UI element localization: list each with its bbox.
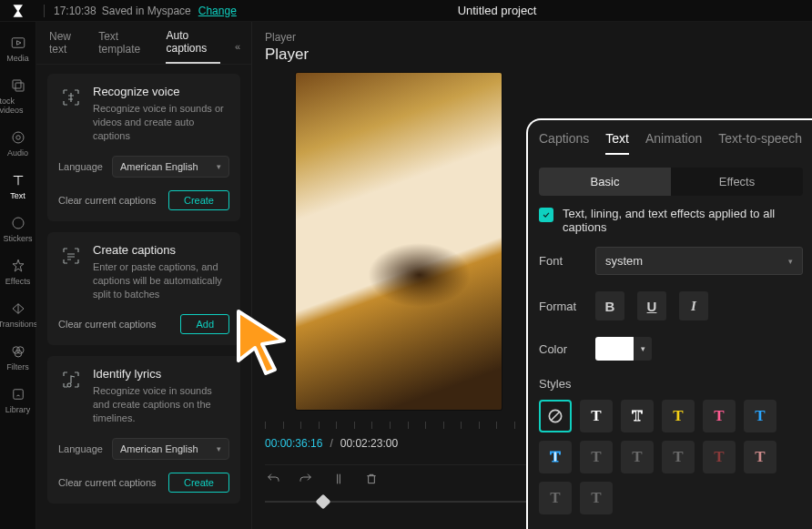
text-panel: New text Text template Auto captions « R… [36,22,252,529]
style-preset[interactable]: T [744,441,776,473]
create-button[interactable]: Create [168,473,229,493]
color-dropdown-button[interactable]: ▾ [634,337,652,361]
rail-media[interactable]: Media [0,29,36,72]
segment-basic[interactable]: Basic [539,168,671,196]
style-preset[interactable]: T [662,400,695,432]
inspector-segments: Basic Effects [539,168,803,196]
card-desc: Recognize voice in sounds or videos and … [93,102,229,143]
stock-videos-icon [10,77,26,94]
clear-captions-button[interactable]: Clear current captions [58,319,157,330]
add-button[interactable]: Add [180,314,229,334]
tab-new-text[interactable]: New text [49,30,84,63]
player-title: Player [252,44,812,73]
color-swatch[interactable] [595,337,635,361]
style-preset[interactable]: T [539,482,572,514]
font-value: system [605,254,643,268]
identify-lyrics-icon [58,367,84,392]
color-label: Color [539,342,595,356]
font-select[interactable]: system ▾ [595,247,803,275]
video-preview[interactable] [296,73,502,410]
undo-icon[interactable] [265,471,281,487]
style-none[interactable] [539,400,572,432]
rail-stock-videos[interactable]: tock videos [0,72,36,124]
style-preset[interactable]: T [662,441,695,473]
tab-text-template[interactable]: Text template [98,30,151,63]
duration-time: 00:02:23:00 [340,437,398,450]
rail-label: Library [5,405,31,414]
rail-text[interactable]: Text [0,167,36,209]
segment-effects[interactable]: Effects [671,168,803,196]
rail-transitions[interactable]: Transitions [0,295,36,338]
split-icon[interactable] [330,471,347,487]
style-preset[interactable]: T [621,400,654,432]
language-label: Language [58,443,103,454]
create-button[interactable]: Create [168,190,229,210]
font-label: Font [539,254,595,268]
time-separator: / [330,437,332,450]
card-desc: Enter or paste captions, and captions wi… [93,260,229,301]
styles-label: Styles [539,377,812,391]
rail-label: Stickers [3,234,32,243]
tab-auto-captions[interactable]: Auto captions [166,29,219,64]
style-preset[interactable]: T [580,482,613,514]
card-title: Create captions [93,243,229,257]
svg-rect-0 [12,38,25,48]
apply-all-checkbox[interactable] [539,208,553,222]
style-preset[interactable]: T [703,400,736,432]
style-preset[interactable]: T [539,441,572,473]
redo-icon[interactable] [298,471,314,487]
rail-audio[interactable]: Audio [0,124,36,167]
playhead-time: 00:00:36:16 / 00:02:23:00 [265,437,398,450]
rail-filters[interactable]: Filters [0,338,36,381]
tab-captions[interactable]: Captions [539,131,589,155]
style-preset[interactable]: T [744,400,776,432]
language-select[interactable]: American English ▾ [112,156,229,178]
language-select[interactable]: American English ▾ [112,438,229,460]
bold-button[interactable]: B [595,291,624,320]
rail-stickers[interactable]: Stickers [0,209,36,252]
text-panel-tabs: New text Text template Auto captions « [36,22,251,65]
card-title: Identify lyrics [93,367,229,381]
collapse-panel-icon[interactable]: « [235,41,239,52]
svg-point-6 [13,218,24,229]
zoom-handle[interactable] [316,494,331,510]
svg-point-5 [15,136,20,140]
svg-point-4 [13,132,24,143]
language-value: American English [120,443,198,454]
style-preset[interactable]: T [621,441,654,473]
apply-all-label: Text, lining, and text effects applied t… [563,207,803,234]
rail-label: Audio [7,148,28,158]
chevron-down-icon: ▾ [217,444,221,453]
delete-icon[interactable] [363,471,380,487]
rail-label: Text [10,191,25,200]
style-preset[interactable]: T [580,441,613,473]
svg-rect-3 [15,83,24,91]
clear-captions-button[interactable]: Clear current captions [58,477,157,488]
tab-text[interactable]: Text [605,131,629,155]
rail-effects[interactable]: Effects [0,252,36,295]
language-label: Language [58,161,103,172]
italic-button[interactable]: I [679,291,708,320]
top-bar: 17:10:38 Saved in Myspace Change Untitle… [0,0,812,22]
change-workspace-link[interactable]: Change [198,5,237,17]
rail-library[interactable]: Library [0,381,36,423]
current-time: 00:00:36:16 [265,437,322,450]
tab-animation[interactable]: Animation [645,131,702,155]
card-title: Recognize voice [93,85,229,98]
svg-rect-2 [13,80,21,88]
rail-label: Media [6,54,29,63]
clear-captions-button[interactable]: Clear current captions [58,195,157,206]
create-captions-icon [58,243,84,269]
zoom-slider[interactable] [265,501,526,503]
svg-rect-10 [13,390,23,400]
project-title[interactable]: Untitled project [458,4,537,17]
style-preset[interactable]: T [580,400,613,432]
tab-text-to-speech[interactable]: Text-to-speech [718,131,802,155]
divider [44,5,45,17]
style-preset[interactable]: T [703,441,736,473]
chevron-down-icon: ▾ [217,162,221,171]
underline-button[interactable]: U [637,291,666,320]
effects-icon [10,258,26,274]
inspector-tabs: Captions Text Animation Text-to-speech [539,131,812,155]
card-identify-lyrics: Identify lyrics Recognize voice in sound… [47,356,240,504]
